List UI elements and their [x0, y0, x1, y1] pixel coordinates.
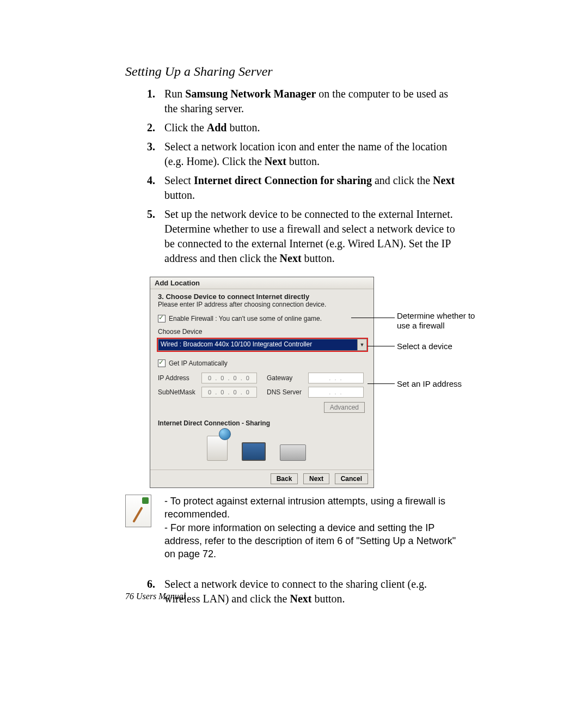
step-body: Run Samsung Network Manager on the compu… — [164, 87, 463, 116]
step-1: 1. Run Samsung Network Manager on the co… — [147, 87, 463, 116]
step-bold: Next — [433, 174, 455, 186]
annotation-ip: Set an IP address — [397, 379, 462, 389]
choose-device-label: Choose Device — [158, 328, 366, 336]
step-4: 4. Select Internet direct Connection for… — [147, 173, 463, 203]
dialog-title: Add Location — [150, 277, 373, 289]
callout-line — [367, 383, 395, 384]
step-body: Select a network location icon and enter… — [164, 139, 463, 169]
dialog-figure: Add Location 3. Choose Device to connect… — [150, 277, 463, 478]
section-title: Setting Up a Sharing Server — [125, 64, 463, 79]
note-text: - To protect against external intrusion … — [164, 495, 463, 560]
step-body: Set up the network device to be connecte… — [164, 207, 463, 266]
callout-line — [367, 346, 395, 346]
step-text: button. — [286, 155, 320, 167]
step-text: Select — [164, 174, 194, 186]
back-button[interactable]: Back — [271, 473, 298, 484]
annotation-device: Select a device — [397, 342, 452, 351]
enable-firewall-checkbox[interactable] — [158, 315, 166, 322]
steps-list-2: 6. Select a network device to connect to… — [147, 577, 463, 606]
globe-icon — [219, 428, 231, 440]
step-bold: Add — [207, 121, 227, 133]
enable-firewall-row: Enable Firewall : You can't use some of … — [158, 315, 366, 322]
page-number: 76 — [125, 592, 134, 601]
ip-address-label: IP Address — [158, 374, 201, 382]
note-icon — [125, 495, 151, 527]
step-bold: Next — [265, 155, 286, 167]
dns-field[interactable]: . . . — [308, 387, 364, 398]
step-number: 3. — [147, 139, 164, 169]
step-text: Run — [164, 88, 185, 100]
monitor-icon — [242, 442, 266, 461]
step-bold: Samsung Network Manager — [185, 88, 316, 100]
annotation-firewall: Determine whether to use a firewall — [397, 311, 479, 331]
gateway-field[interactable]: . . . — [308, 373, 364, 383]
step-3: 3. Select a network location icon and en… — [147, 139, 463, 169]
note-line: - For more information on selecting a de… — [164, 521, 463, 561]
step-bold: Internet direct Connection for sharing — [194, 174, 372, 186]
dns-label: DNS Server — [267, 388, 303, 396]
choose-device-value: Wired : Broadcom 440x 10/100 Integrated … — [158, 339, 357, 350]
sharing-diagram — [158, 429, 366, 461]
step-body: Select Internet direct Connection for sh… — [164, 173, 463, 203]
get-ip-auto-checkbox[interactable] — [158, 359, 166, 367]
subnet-label: SubNetMask — [158, 388, 201, 396]
step-number: 4. — [147, 173, 164, 203]
chevron-down-icon[interactable]: ▼ — [357, 339, 366, 350]
step-text: button. — [311, 593, 345, 605]
gateway-label: Gateway — [267, 374, 303, 382]
dialog-heading: 3. Choose Device to connect Internet dir… — [158, 292, 366, 301]
step-bold: Next — [290, 593, 311, 605]
get-ip-row: Get IP Automatically — [158, 359, 366, 367]
add-location-dialog: Add Location 3. Choose Device to connect… — [150, 277, 374, 488]
cancel-button[interactable]: Cancel — [335, 473, 368, 484]
step-body: Click the Add button. — [164, 120, 463, 135]
step-text: button. — [226, 121, 260, 133]
sharing-diagram-title: Internet Direct Connection - Sharing — [158, 419, 366, 427]
subnet-field[interactable]: 0 . 0 . 0 . 0 — [201, 387, 257, 398]
note-line: - To protect against external intrusion … — [164, 495, 463, 521]
laptop-icon — [280, 444, 306, 461]
step-2: 2. Click the Add button. — [147, 120, 463, 135]
get-ip-auto-label: Get IP Automatically — [169, 359, 228, 367]
advanced-button[interactable]: Advanced — [324, 402, 365, 413]
choose-device-combo[interactable]: Wired : Broadcom 440x 10/100 Integrated … — [158, 339, 367, 351]
step-body: Select a network device to connect to th… — [164, 577, 463, 606]
step-number: 2. — [147, 120, 164, 135]
enable-firewall-label: Enable Firewall : You can't use some of … — [169, 315, 322, 322]
callout-line — [351, 318, 395, 318]
next-button[interactable]: Next — [303, 473, 329, 484]
step-text: button. — [302, 252, 335, 264]
step-text: and click the — [372, 174, 433, 186]
note-block: - To protect against external intrusion … — [125, 495, 463, 560]
page-footer: 76 Users Manual — [125, 592, 186, 601]
dialog-footer: Back Next Cancel — [150, 470, 373, 487]
step-number: 5. — [147, 207, 164, 266]
steps-list: 1. Run Samsung Network Manager on the co… — [147, 87, 463, 266]
ip-address-field[interactable]: 0 . 0 . 0 . 0 — [201, 373, 257, 383]
step-6: 6. Select a network device to connect to… — [147, 577, 463, 606]
step-bold: Next — [280, 252, 302, 264]
step-text: button. — [164, 189, 195, 201]
dialog-subheading: Please enter IP address after choosing c… — [158, 301, 366, 308]
step-number: 1. — [147, 87, 164, 116]
footer-label: Users Manual — [134, 592, 186, 601]
step-text: Click the — [164, 121, 207, 133]
step-5: 5. Set up the network device to be conne… — [147, 207, 463, 266]
